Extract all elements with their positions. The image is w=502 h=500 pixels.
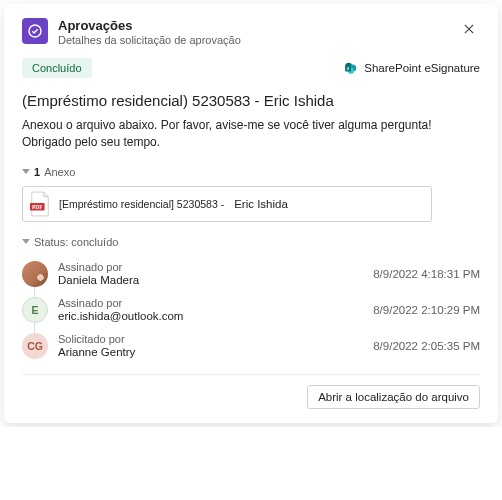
timeline-timestamp: 8/9/2022 2:05:35 PM bbox=[373, 340, 480, 352]
avatar bbox=[22, 261, 48, 287]
timeline-name: Daniela Madera bbox=[58, 274, 363, 286]
approvals-app-icon bbox=[22, 18, 48, 44]
avatar: E bbox=[22, 297, 48, 323]
timeline-timestamp: 8/9/2022 2:10:29 PM bbox=[373, 304, 480, 316]
timeline-item: E Assinado por eric.ishida@outlook.com 8… bbox=[22, 292, 480, 328]
app-subtitle: Detalhes da solicitação de aprovação bbox=[58, 34, 448, 46]
attachment-count: 1 bbox=[34, 166, 40, 178]
timeline-action: Assinado por bbox=[58, 261, 363, 273]
close-button[interactable] bbox=[458, 18, 480, 40]
app-title: Aprovações bbox=[58, 18, 448, 33]
card-header: Aprovações Detalhes da solicitação de ap… bbox=[22, 18, 480, 46]
attachment-filename-prefix: [Empréstimo residencial] 5230583 - bbox=[59, 198, 224, 210]
attachment-filename: Eric Ishida bbox=[234, 198, 288, 210]
timeline-name: Arianne Gentry bbox=[58, 346, 363, 358]
header-text: Aprovações Detalhes da solicitação de ap… bbox=[58, 18, 448, 46]
svg-text:PDF: PDF bbox=[32, 203, 42, 209]
attachment-label: Anexo bbox=[44, 166, 75, 178]
status-section-label: Status: concluído bbox=[34, 236, 118, 248]
status-row: Concluído S SharePoint eSignature bbox=[22, 58, 480, 78]
status-timeline: Assinado por Daniela Madera 8/9/2022 4:1… bbox=[22, 256, 480, 364]
request-body: Anexou o arquivo abaixo. Por favor, avis… bbox=[22, 117, 480, 152]
provider-label: SharePoint eSignature bbox=[364, 62, 480, 74]
attachments-header[interactable]: 1 Anexo bbox=[22, 166, 480, 178]
timeline-timestamp: 8/9/2022 4:18:31 PM bbox=[373, 268, 480, 280]
sharepoint-icon: S bbox=[344, 61, 358, 75]
timeline-action: Assinado por bbox=[58, 297, 363, 309]
pdf-file-icon: PDF bbox=[29, 191, 51, 217]
attachment-item[interactable]: PDF [Empréstimo residencial] 5230583 - E… bbox=[22, 186, 432, 222]
request-title: (Empréstimo residencial) 5230583 - Eric … bbox=[22, 92, 480, 109]
open-file-location-button[interactable]: Abrir a localização do arquivo bbox=[307, 385, 480, 409]
status-section-header[interactable]: Status: concluído bbox=[22, 236, 480, 248]
card-footer: Abrir a localização do arquivo bbox=[22, 374, 480, 409]
chevron-down-icon bbox=[22, 169, 30, 174]
status-pill: Concluído bbox=[22, 58, 92, 78]
timeline-name: eric.ishida@outlook.com bbox=[58, 310, 363, 322]
timeline-item: CG Solicitado por Arianne Gentry 8/9/202… bbox=[22, 328, 480, 364]
chevron-down-icon bbox=[22, 239, 30, 244]
esignature-provider: S SharePoint eSignature bbox=[344, 61, 480, 75]
timeline-item: Assinado por Daniela Madera 8/9/2022 4:1… bbox=[22, 256, 480, 292]
avatar: CG bbox=[22, 333, 48, 359]
timeline-action: Solicitado por bbox=[58, 333, 363, 345]
close-icon bbox=[464, 23, 474, 35]
approval-card: Aprovações Detalhes da solicitação de ap… bbox=[4, 4, 498, 423]
